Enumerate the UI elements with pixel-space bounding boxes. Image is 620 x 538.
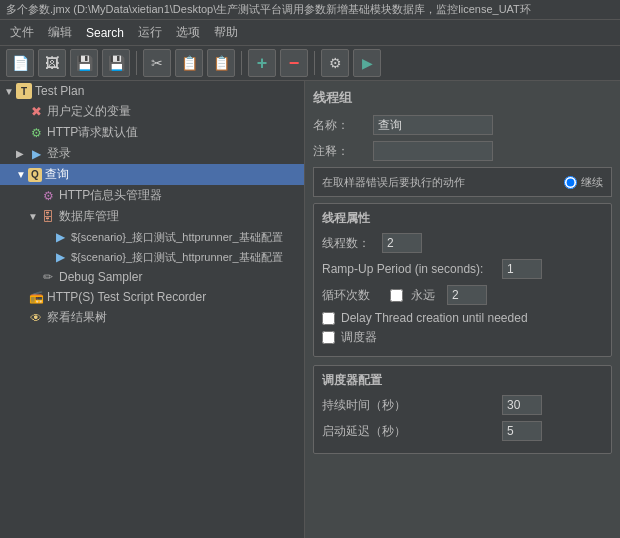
tree-label-scenario1: ${scenario}_接口测试_httprunner_基础配置: [71, 230, 283, 245]
delay-thread-label: Delay Thread creation until needed: [341, 311, 528, 325]
paste-icon: 📋: [213, 55, 230, 71]
tree-label-results: 察看结果树: [47, 309, 107, 326]
delay-thread-checkbox[interactable]: [322, 312, 335, 325]
loop-count-input[interactable]: [447, 285, 487, 305]
remove-button[interactable]: −: [280, 49, 308, 77]
tree-arrow-db: ▼: [28, 211, 40, 222]
remove-icon: −: [289, 53, 300, 74]
loop-count-row: 循环次数 永远: [322, 285, 603, 305]
open-icon: 🖼: [45, 55, 59, 71]
continue-label: 继续: [581, 175, 603, 190]
tree-label-scenario2: ${scenario}_接口测试_httprunner_基础配置: [71, 250, 283, 265]
title-bar: 多个参数.jmx (D:\MyData\xietian1\Desktop\生产测…: [0, 0, 620, 20]
start-delay-label: 启动延迟（秒）: [322, 423, 502, 440]
save-button[interactable]: 💾: [70, 49, 98, 77]
thread-count-input[interactable]: [382, 233, 422, 253]
menu-search[interactable]: Search: [80, 24, 130, 42]
tree-label-query: 查询: [45, 166, 69, 183]
tree-arrow-query: ▼: [16, 169, 28, 180]
continue-radio[interactable]: [564, 176, 577, 189]
tree-item-query[interactable]: ▼ Q 查询: [0, 164, 304, 185]
tree-item-httpdefault[interactable]: ⚙ HTTP请求默认值: [0, 122, 304, 143]
scheduler-checkbox[interactable]: [322, 331, 335, 344]
menu-options[interactable]: 选项: [170, 22, 206, 43]
tree-item-testplan[interactable]: ▼ T Test Plan: [0, 81, 304, 101]
uservar-icon: ✖: [28, 104, 44, 120]
main-layout: ▼ T Test Plan ✖ 用户定义的变量 ⚙ HTTP请求默认值 ▶ ▶ …: [0, 81, 620, 538]
menu-edit[interactable]: 编辑: [42, 22, 78, 43]
tree-item-login[interactable]: ▶ ▶ 登录: [0, 143, 304, 164]
scheduler-row: 调度器: [322, 329, 603, 346]
tree-label-login: 登录: [47, 145, 71, 162]
add-button[interactable]: +: [248, 49, 276, 77]
name-label: 名称：: [313, 117, 373, 134]
tree-label-uservar: 用户定义的变量: [47, 103, 131, 120]
open-button[interactable]: 🖼: [38, 49, 66, 77]
start-delay-input[interactable]: [502, 421, 542, 441]
tree-arrow-testplan: ▼: [4, 86, 16, 97]
new-button[interactable]: 📄: [6, 49, 34, 77]
tree-item-uservar[interactable]: ✖ 用户定义的变量: [0, 101, 304, 122]
thread-attr-title: 线程属性: [322, 210, 603, 227]
tree-item-dbManage[interactable]: ▼ 🗄 数据库管理: [0, 206, 304, 227]
duration-row: 持续时间（秒）: [322, 395, 603, 415]
comment-row: 注释：: [313, 141, 612, 161]
debug-icon: ✏: [40, 269, 56, 285]
toolbar-sep-2: [241, 51, 242, 75]
tree-label-recorder: HTTP(S) Test Script Recorder: [47, 290, 206, 304]
scenario2-icon: ▶: [52, 249, 68, 265]
comment-input[interactable]: [373, 141, 493, 161]
add-icon: +: [257, 53, 268, 74]
scheduler-label: 调度器: [341, 329, 377, 346]
settings-button[interactable]: ⚙: [321, 49, 349, 77]
tree-item-results[interactable]: 👁 察看结果树: [0, 307, 304, 328]
menu-bar: 文件 编辑 Search 运行 选项 帮助: [0, 20, 620, 46]
title-text: 多个参数.jmx (D:\MyData\xietian1\Desktop\生产测…: [6, 3, 531, 15]
run-icon: ▶: [362, 55, 373, 71]
toolbar-sep-3: [314, 51, 315, 75]
action-box: 在取样器错误后要执行的动作 继续: [313, 167, 612, 197]
tree-item-headerManager[interactable]: ⚙ HTTP信息头管理器: [0, 185, 304, 206]
run-button[interactable]: ▶: [353, 49, 381, 77]
save-icon: 💾: [76, 55, 93, 71]
tree-label-dbManage: 数据库管理: [59, 208, 119, 225]
testplan-icon: T: [16, 83, 32, 99]
section-title: 线程组: [313, 89, 612, 107]
db-icon: 🗄: [40, 209, 56, 225]
cut-button[interactable]: ✂: [143, 49, 171, 77]
ramp-up-label: Ramp-Up Period (in seconds):: [322, 262, 502, 276]
tree-item-recorder[interactable]: 📻 HTTP(S) Test Script Recorder: [0, 287, 304, 307]
name-row: 名称：: [313, 115, 612, 135]
header-icon: ⚙: [40, 188, 56, 204]
menu-help[interactable]: 帮助: [208, 22, 244, 43]
tree-item-scenario1[interactable]: ▶ ${scenario}_接口测试_httprunner_基础配置: [0, 227, 304, 247]
new-icon: 📄: [12, 55, 29, 71]
start-delay-row: 启动延迟（秒）: [322, 421, 603, 441]
forever-checkbox[interactable]: [390, 289, 403, 302]
tree-item-debugSampler[interactable]: ✏ Debug Sampler: [0, 267, 304, 287]
menu-run[interactable]: 运行: [132, 22, 168, 43]
saveas-button[interactable]: 💾: [102, 49, 130, 77]
duration-input[interactable]: [502, 395, 542, 415]
settings-icon: ⚙: [329, 55, 342, 71]
paste-button[interactable]: 📋: [207, 49, 235, 77]
tree-arrow-login: ▶: [16, 148, 28, 159]
copy-button[interactable]: 📋: [175, 49, 203, 77]
tree-label-testplan: Test Plan: [35, 84, 84, 98]
tree-panel: ▼ T Test Plan ✖ 用户定义的变量 ⚙ HTTP请求默认值 ▶ ▶ …: [0, 81, 305, 538]
scheduler-config-title: 调度器配置: [322, 372, 603, 389]
forever-label: 永远: [411, 287, 435, 304]
tree-label-debugSampler: Debug Sampler: [59, 270, 142, 284]
duration-label: 持续时间（秒）: [322, 397, 502, 414]
login-icon: ▶: [28, 146, 44, 162]
menu-file[interactable]: 文件: [4, 22, 40, 43]
ramp-up-input[interactable]: [502, 259, 542, 279]
delay-thread-row: Delay Thread creation until needed: [322, 311, 603, 325]
name-input[interactable]: [373, 115, 493, 135]
thread-attributes-group: 线程属性 线程数： Ramp-Up Period (in seconds): 循…: [313, 203, 612, 357]
toolbar-sep-1: [136, 51, 137, 75]
tree-item-scenario2[interactable]: ▶ ${scenario}_接口测试_httprunner_基础配置: [0, 247, 304, 267]
scenario1-icon: ▶: [52, 229, 68, 245]
saveas-icon: 💾: [108, 55, 125, 71]
loop-count-label: 循环次数: [322, 287, 382, 304]
